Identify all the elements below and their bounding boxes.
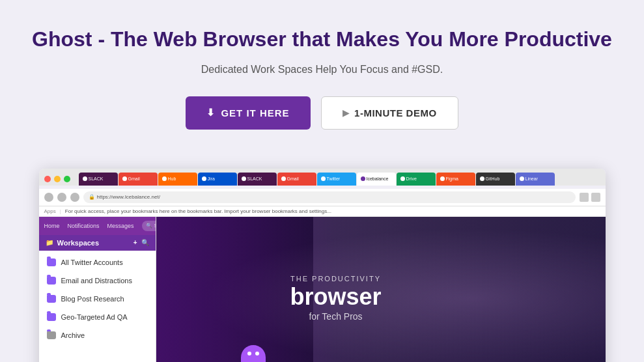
ghost-mascot [241, 345, 266, 362]
inner-nav-home[interactable]: Home [44, 223, 60, 229]
folder-icon-blog [47, 295, 56, 303]
ghost-eye-left [247, 352, 251, 355]
workspaces-search-icon[interactable]: 🔍 [141, 239, 149, 246]
search-icon: 🔍 [146, 223, 152, 229]
workspace-label-email: Email and Distractions [61, 277, 132, 285]
browser-content: Home Notifications Messages 🔍 Search Twi… [39, 217, 606, 362]
workspace-label-blog: Blog Post Research [61, 295, 124, 303]
forward-button[interactable] [57, 193, 66, 202]
workspaces-header: 📁 Workspaces + 🔍 [39, 235, 156, 251]
extensions-button[interactable] [580, 193, 589, 202]
demo-button[interactable]: ▶ 1-MINUTE DEMO [321, 96, 458, 130]
tab-linear[interactable]: Linear [516, 173, 555, 186]
workspace-item-geo[interactable]: Geo-Targeted Ad QA [39, 308, 156, 326]
get-it-here-label: GET IT HERE [221, 107, 289, 118]
hero-title: Ghost - The Web Browser that Makes You M… [13, 26, 631, 53]
toolbar-actions [580, 193, 600, 202]
minimize-button[interactable] [54, 176, 61, 182]
workspace-label-archive: Archive [61, 331, 85, 339]
tab-icebalance[interactable]: Icebalance [357, 173, 396, 186]
tabs-strip: SLACK Gmail Hub Jira SLACK Gmail Twitter… [79, 173, 600, 186]
tab-slack-2[interactable]: SLACK [238, 173, 277, 186]
menu-button[interactable] [591, 193, 600, 202]
reload-button[interactable] [70, 193, 79, 202]
download-icon: ⬇ [206, 107, 216, 118]
browser-container: SLACK Gmail Hub Jira SLACK Gmail Twitter… [39, 169, 606, 362]
inner-nav-bar: Home Notifications Messages 🔍 Search Twi… [39, 217, 156, 235]
webpage-browser-label: browser [290, 285, 381, 309]
toolbar-info-text: For quick access, place your bookmarks h… [65, 208, 331, 214]
close-button[interactable] [44, 176, 51, 182]
workspaces-header-icons: + 🔍 [133, 239, 149, 246]
ghost-eyes [247, 352, 259, 362]
back-button[interactable] [44, 193, 53, 202]
sidebar-panel: Home Notifications Messages 🔍 Search Twi… [39, 217, 156, 362]
hero-section: Ghost - The Web Browser that Makes You M… [0, 0, 644, 169]
workspace-list: All Twitter Accounts Email and Distracti… [39, 251, 156, 347]
browser-screenshot-wrapper: SLACK Gmail Hub Jira SLACK Gmail Twitter… [0, 169, 644, 362]
ghost-eye-right [255, 352, 259, 355]
workspace-label-twitter: All Twitter Accounts [61, 258, 123, 266]
demo-label: 1-MINUTE DEMO [354, 107, 437, 118]
url-bar[interactable]: 🔒 https://www.Icebalance.net/ [83, 191, 576, 203]
workspaces-folder-icon: 📁 [46, 239, 53, 246]
browser-toolbar: 🔒 https://www.Icebalance.net/ [39, 189, 606, 206]
webpage-area: THE PRODUCTIVITY browser for Tech Pros [156, 217, 606, 362]
workspace-label-geo: Geo-Targeted Ad QA [61, 313, 128, 321]
webpage-productivity-label: THE PRODUCTIVITY [290, 275, 381, 283]
maximize-button[interactable] [64, 176, 70, 182]
webpage-for-label: for Tech Pros [290, 311, 381, 322]
tab-slack-1[interactable]: SLACK [79, 173, 118, 186]
tab-jira[interactable]: Jira [198, 173, 237, 186]
tab-twitter[interactable]: Twitter [317, 173, 356, 186]
tab-drive[interactable]: Drive [397, 173, 436, 186]
workspaces-add-icon[interactable]: + [133, 239, 137, 246]
url-text: https://www.Icebalance.net/ [97, 194, 160, 200]
folder-icon-geo [47, 313, 56, 321]
secure-lock-icon: 🔒 [89, 194, 95, 200]
inner-nav-messages[interactable]: Messages [107, 223, 134, 229]
tab-other-1[interactable]: Hub [158, 173, 197, 186]
browser-chrome: SLACK Gmail Hub Jira SLACK Gmail Twitter… [39, 169, 606, 186]
webpage-text-overlay: THE PRODUCTIVITY browser for Tech Pros [290, 275, 381, 322]
folder-icon-email [47, 277, 56, 285]
cta-buttons: ⬇ GET IT HERE ▶ 1-MINUTE DEMO [13, 96, 631, 130]
workspace-item-blog[interactable]: Blog Post Research [39, 290, 156, 308]
tab-figma[interactable]: Figma [436, 173, 475, 186]
folder-icon-archive [47, 331, 56, 339]
tab-github[interactable]: GitHub [476, 173, 515, 186]
workspaces-title: Workspaces [57, 239, 100, 247]
workspace-item-email[interactable]: Email and Distractions [39, 272, 156, 290]
get-it-here-button[interactable]: ⬇ GET IT HERE [186, 96, 310, 130]
folder-icon-twitter [47, 258, 56, 266]
workspace-item-twitter[interactable]: All Twitter Accounts [39, 253, 156, 272]
video-icon: ▶ [343, 108, 350, 118]
workspace-item-archive[interactable]: Archive [39, 326, 156, 344]
ghost-body [241, 345, 266, 362]
apps-bookmark[interactable]: Apps [44, 208, 56, 214]
inner-nav-notifications[interactable]: Notifications [68, 223, 100, 229]
hero-subtitle: Dedicated Work Spaces Help You Focus and… [13, 64, 631, 76]
bookmarks-bar: Apps | For quick access, place your book… [39, 206, 606, 217]
tab-gmail-1[interactable]: Gmail [119, 173, 158, 186]
tab-gmail-2[interactable]: Gmail [277, 173, 316, 186]
traffic-lights: SLACK Gmail Hub Jira SLACK Gmail Twitter… [44, 173, 600, 186]
